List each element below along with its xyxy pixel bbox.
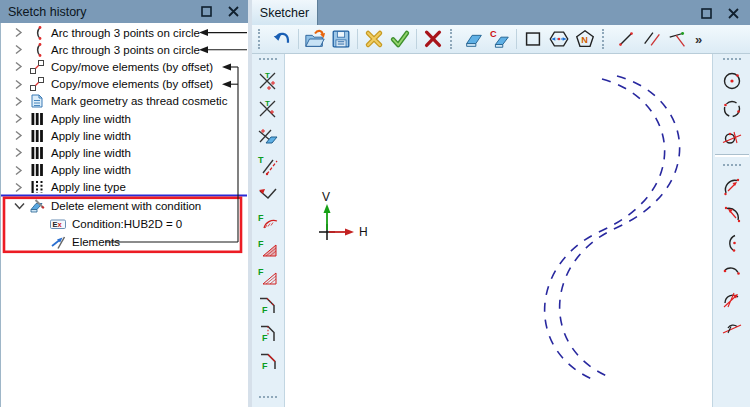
line-tool-button[interactable] xyxy=(613,27,639,51)
arc-tangent-arrow-button[interactable] xyxy=(719,286,745,312)
tree-item-line-width-2[interactable]: Apply line width xyxy=(1,127,245,144)
arc-tangent-line-button[interactable] xyxy=(719,314,745,340)
undo-button[interactable] xyxy=(269,27,295,51)
rectangle-icon xyxy=(522,28,544,50)
delete-button[interactable] xyxy=(420,27,446,51)
trim-intersect-button[interactable]: T xyxy=(255,68,281,94)
toolbar-grip[interactable] xyxy=(450,29,459,49)
chevron-down-icon[interactable] xyxy=(14,201,25,212)
tree-item-copy-move-1[interactable]: Copy/move elements (by offset) xyxy=(1,58,245,75)
tree-item-line-width-3[interactable]: Apply line width xyxy=(1,144,245,161)
arc-endpoints-button[interactable] xyxy=(719,258,745,284)
tree-item-label: Mark geometry as thread cosmetic xyxy=(51,95,227,107)
sketch-history-title: Sketch history xyxy=(8,5,87,19)
sketch-history-panel: Sketch history Arc through 3 points on c… xyxy=(0,0,248,407)
arc-center-arrow-alt-button[interactable] xyxy=(719,202,745,228)
sketcher-panel: Sketcher C N xyxy=(252,0,750,407)
axis-h-label: H xyxy=(359,225,368,239)
tree-item-arc-2[interactable]: Arc through 3 points on circle xyxy=(1,41,245,58)
svg-text:F: F xyxy=(262,333,268,343)
confirm-button[interactable] xyxy=(387,27,413,51)
chevron-right-icon[interactable] xyxy=(14,182,25,193)
arc-center-arrow-button[interactable] xyxy=(719,174,745,200)
maximize-button[interactable] xyxy=(699,6,713,20)
sketcher-toolbar: C N » xyxy=(252,25,750,54)
hexagon-measure-icon xyxy=(548,28,570,50)
tab-sketcher[interactable]: Sketcher xyxy=(252,0,318,25)
line-width-icon xyxy=(29,162,45,178)
tree-item-condition[interactable]: Ex Condition:HUB2D = 0 xyxy=(1,215,245,233)
tree-item-thread-cosmetic[interactable]: Mark geometry as thread cosmetic xyxy=(1,93,245,110)
toolbar-grip[interactable] xyxy=(602,29,611,49)
corner-trim-icon xyxy=(257,182,279,204)
toolbar-grip[interactable] xyxy=(723,58,741,65)
circle-center-button[interactable] xyxy=(719,68,745,94)
axis-v-label: V xyxy=(322,190,330,204)
confirm-check-icon xyxy=(389,28,411,50)
toolbar-grip[interactable] xyxy=(259,58,277,65)
toolbar-grip[interactable] xyxy=(723,164,741,171)
eraser-clear-button[interactable]: C xyxy=(487,27,513,51)
close-button[interactable] xyxy=(226,5,240,19)
rectangle-tool-button[interactable] xyxy=(520,27,546,51)
copy-move-offset-icon xyxy=(29,59,45,75)
chevron-right-icon[interactable] xyxy=(14,147,25,158)
svg-text:F: F xyxy=(262,305,268,315)
chevron-right-icon[interactable] xyxy=(14,27,25,38)
chamfer-dashed-button[interactable]: F xyxy=(255,292,281,318)
close-button[interactable] xyxy=(726,6,740,20)
fillet-triangle-button[interactable]: F xyxy=(255,264,281,290)
elements-icon xyxy=(50,234,66,250)
fillet-arc-button[interactable]: F xyxy=(255,208,281,234)
tree-item-line-type[interactable]: Apply line type xyxy=(1,179,245,196)
maximize-button[interactable] xyxy=(199,5,213,19)
chevron-right-icon[interactable] xyxy=(14,113,25,124)
eraser-clear-icon: C xyxy=(489,28,511,50)
circle-points-icon xyxy=(721,98,743,120)
chevron-right-icon[interactable] xyxy=(14,130,25,141)
offset-line-button[interactable]: T xyxy=(255,152,281,178)
open-folder-icon xyxy=(304,28,326,50)
sketcher-canvas[interactable]: V H T T T F F F F F F xyxy=(252,54,750,407)
tree-item-elements[interactable]: Elements xyxy=(1,233,245,251)
eraser-button[interactable] xyxy=(461,27,487,51)
polygon-n-tool-button[interactable]: N xyxy=(572,27,598,51)
toolbar-grip[interactable] xyxy=(259,396,277,403)
cancel-button[interactable] xyxy=(361,27,387,51)
tree-item-label: Copy/move elements (by offset) xyxy=(51,78,213,90)
delete-with-condition-icon xyxy=(29,198,45,214)
arc-center-dot-button[interactable] xyxy=(719,230,745,256)
toolbar-grip[interactable] xyxy=(258,29,267,49)
tree-item-delete-with-condition[interactable]: Delete element with condition xyxy=(1,197,245,215)
tree-item-line-width-4[interactable]: Apply line width xyxy=(1,162,245,179)
tree-item-copy-move-2[interactable]: Copy/move elements (by offset) xyxy=(1,76,245,93)
save-button[interactable] xyxy=(328,27,354,51)
open-button[interactable] xyxy=(302,27,328,51)
trim-intersect-alt-button[interactable]: T xyxy=(255,96,281,122)
corner-trim-button[interactable] xyxy=(255,180,281,206)
offset-line-icon: T xyxy=(257,154,279,176)
chamfer-dotted-button[interactable]: F xyxy=(255,320,281,346)
chevron-right-icon[interactable] xyxy=(14,79,25,90)
tree-item-label: Apply line width xyxy=(51,147,131,159)
tree-item-arc-1[interactable]: Arc through 3 points on circle xyxy=(1,24,245,41)
chevron-right-icon[interactable] xyxy=(14,61,25,72)
tree-item-label: Apply line width xyxy=(51,130,131,142)
tree-item-line-width-1[interactable]: Apply line width xyxy=(1,110,245,127)
circle-points-button[interactable] xyxy=(719,96,745,122)
arc-endpoints-icon xyxy=(721,260,743,282)
angle-line-tool-button[interactable] xyxy=(665,27,691,51)
circle-tangent-button[interactable] xyxy=(719,124,745,150)
parallel-line-tool-button[interactable] xyxy=(639,27,665,51)
svg-text:T: T xyxy=(265,99,270,108)
fillet-triangle-filled-button[interactable]: F xyxy=(255,236,281,262)
chevron-right-icon[interactable] xyxy=(14,44,25,55)
more-chevron-icon[interactable]: » xyxy=(695,32,702,47)
circle-arc-toolbar xyxy=(712,54,750,407)
arc-3-points-icon xyxy=(29,25,45,41)
trim-delete-button[interactable] xyxy=(255,124,281,150)
hexagon-tool-button[interactable] xyxy=(546,27,572,51)
chevron-right-icon[interactable] xyxy=(14,165,25,176)
chamfer-solid-button[interactable]: F xyxy=(255,348,281,374)
chevron-right-icon[interactable] xyxy=(14,96,25,107)
